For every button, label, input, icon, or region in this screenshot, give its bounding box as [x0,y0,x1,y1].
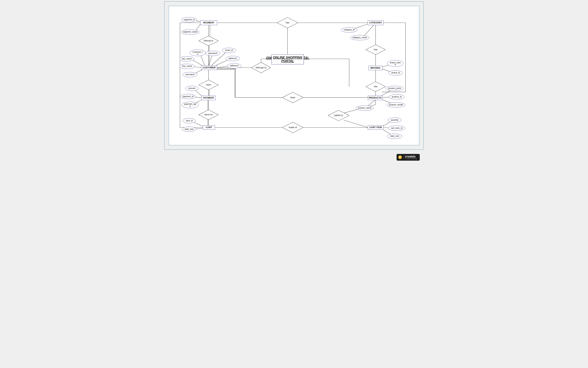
entity-category-label: CATEGORY [369,21,382,24]
entity-segment-label: SEGMENT [203,21,214,24]
rel-does-label: does [206,83,211,86]
rel-has-brand-prod-label: has [374,85,377,88]
rel-has-top-label: has [286,21,289,24]
attr-total-cost-cart-label: total_cost [185,128,194,130]
entity-brands-label: BRANDS [370,66,380,69]
rel-belong-to-label: belong to [204,39,213,42]
creately-logo: creately Diagramming [397,154,420,161]
svg-line-37 [367,100,375,107]
attr-payment-id-label: payment_id [183,95,194,98]
attr-password-label: password [208,52,217,55]
rel-done-for-label: done for [204,113,213,116]
er-diagram: ONLINE SHOPPING PORTAL SEGMENT CATEGORY … [169,6,419,145]
rel-belongs-to-label: belongs to [256,66,266,69]
svg-text:PORTAL: PORTAL [281,59,294,63]
svg-text:e: e [190,105,191,107]
entity-products-label: PRODUCTS [369,96,381,99]
attr-product-model-label: product_model [389,103,403,106]
svg-text:ONLINE SHOPPING: ONLINE SHOPPING [273,56,303,59]
svg-line-18 [196,24,200,31]
svg-line-20 [363,25,374,37]
svg-text:d: d [197,53,198,55]
rel-added-to-label: added to [334,114,343,117]
rel-made-of-label: made of [289,126,297,129]
attr-product-name-label: product_name [358,107,371,109]
attr-product-id-label: product_id [392,96,402,98]
attr-amount-label: amount [189,87,196,90]
attr-last-name-label: last_name [182,57,192,60]
attr-brand-id-label: brand_id [392,72,400,74]
attr-quantity-label: quantity [391,119,398,121]
entity-customer-label: CUSTOMER [203,66,216,69]
svg-text:e: e [395,63,396,66]
rel-buys-label: buys [290,96,295,99]
attr-address2-label: address2 [230,64,238,67]
attr-category-id-label: category_id [344,28,355,31]
attr-segment-name-label: segment_name [183,31,198,33]
attr-product-price-label: product_price [388,87,401,90]
attr-address1-label: address1 [228,57,237,60]
bulb-icon [398,156,402,159]
attr-username-label: username [185,73,194,76]
entity-cart-item-label: CART ITEM [369,126,382,129]
attr-cart-item-id-label: cart_item_id [391,127,403,129]
attr-total-cost-item-label: total_cost [390,135,399,137]
attr-first-name-label: first_name [182,65,192,67]
logo-brand: creately [405,155,417,158]
rel-has-cat-brand-label: has [374,48,377,51]
attr-email-id-label: email_id [225,49,233,52]
diagram-canvas: ONLINE SHOPPING PORTAL SEGMENT CATEGORY … [169,6,419,145]
entity-payment-label: PAYMENT [203,96,214,99]
attr-card-id-label: card_id [186,120,192,122]
entity-cart-label: CART [206,126,212,129]
logo-tag: Diagramming [405,158,417,159]
attr-segment-id-label: segment_id [184,18,195,21]
attr-category-name-label: category_name [352,36,367,39]
